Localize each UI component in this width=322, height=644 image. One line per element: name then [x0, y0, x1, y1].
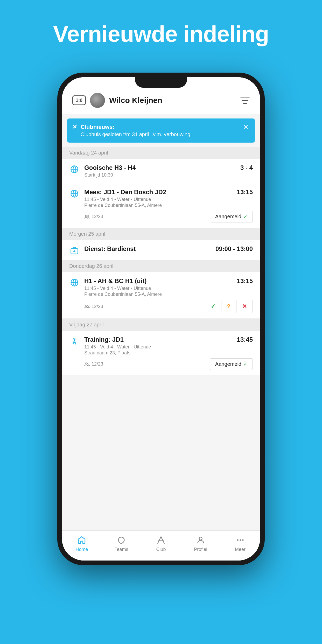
- event-content: Mees: JD1 - Den Bosch JD2 13:15 11:45 - …: [84, 188, 253, 222]
- nav-club[interactable]: Club: [141, 535, 181, 552]
- event-subtitle: 11:45 - Veld 4 - Water - Uittenue: [84, 197, 253, 202]
- event-title: H1 - AH & BC H1 (uit): [84, 277, 234, 285]
- match-icon: [69, 164, 80, 173]
- event-players: 12/23: [84, 304, 103, 309]
- nav-club-label: Club: [156, 547, 166, 552]
- svg-point-21: [240, 539, 241, 541]
- event-card: Gooische H3 - H4 3 - 4 Starttijd 10:30: [62, 159, 260, 183]
- event-subtitle: Starttijd 10:30: [84, 172, 253, 178]
- event-time: 13:15: [237, 188, 253, 196]
- phone-shell: 1:0 Wilco Kleijnen ✕ Clubnieuws: Clubhui…: [57, 73, 265, 565]
- maybe-button[interactable]: ?: [221, 300, 236, 313]
- bottom-nav: Home Teams Club: [62, 530, 260, 561]
- duty-icon: [69, 245, 80, 255]
- event-address: Pierre de Coubertinlaan 55-A, Almere: [84, 203, 253, 208]
- svg-point-13: [74, 338, 75, 339]
- scoreboard-icon[interactable]: 1:0: [72, 95, 86, 105]
- news-title: Clubnieuws:: [81, 124, 239, 130]
- event-content: Gooische H3 - H4 3 - 4 Starttijd 10:30: [84, 164, 253, 178]
- event-card: Training: JD1 13:45 11:45 - Veld 4 - Wat…: [62, 331, 260, 375]
- event-subtitle: 11:45 - Veld 4 - Water - Uittenue: [84, 286, 253, 291]
- date-header-friday: Vrijdag 27 april: [62, 319, 260, 331]
- home-icon: [76, 535, 87, 545]
- club-icon: [156, 535, 166, 545]
- svg-point-4: [85, 215, 87, 217]
- news-close-button[interactable]: ✕: [243, 124, 249, 130]
- match-icon: [69, 277, 80, 287]
- event-card: Mees: JD1 - Den Bosch JD2 13:15 11:45 - …: [62, 183, 260, 228]
- event-title: Dienst: Bardienst: [84, 245, 212, 253]
- event-players: 12/23: [84, 361, 103, 367]
- svg-point-5: [88, 215, 89, 217]
- svg-line-17: [161, 537, 164, 543]
- svg-point-20: [237, 539, 239, 541]
- aangemeld-button[interactable]: Aangemeld ✓: [210, 358, 253, 370]
- yes-button[interactable]: ✓: [205, 300, 221, 313]
- phone-screen: 1:0 Wilco Kleijnen ✕ Clubnieuws: Clubhui…: [62, 77, 260, 561]
- content-area: ✕ Clubnieuws: Clubhuis gesloten t/m 31 a…: [62, 114, 260, 530]
- event-content: Dienst: Bardienst 09:00 - 13:00: [84, 245, 253, 253]
- avatar[interactable]: [90, 93, 105, 108]
- nav-home[interactable]: Home: [62, 535, 102, 552]
- svg-point-12: [88, 305, 89, 307]
- event-title: Training: JD1: [84, 336, 234, 343]
- event-content: H1 - AH & BC H1 (uit) 13:15 11:45 - Veld…: [84, 277, 253, 313]
- profile-icon: [195, 535, 206, 545]
- event-card: Dienst: Bardienst 09:00 - 13:00: [62, 240, 260, 260]
- no-button[interactable]: ✕: [236, 300, 253, 313]
- teams-icon: [116, 535, 127, 545]
- event-title: Gooische H3 - H4: [84, 164, 237, 171]
- aangemeld-button[interactable]: Aangemeld ✓: [210, 211, 253, 222]
- nav-profiel-label: Profiel: [194, 547, 207, 552]
- event-subtitle: 11:45 - Veld 4 - Water - Uittenue: [84, 344, 253, 350]
- event-time: 13:15: [237, 277, 253, 285]
- svg-point-14: [85, 363, 87, 364]
- training-icon: [69, 336, 80, 345]
- news-body: Clubhuis gesloten t/m 31 april i.v.m. ve…: [81, 131, 239, 137]
- svg-line-16: [158, 537, 161, 543]
- event-time: 3 - 4: [240, 164, 253, 171]
- nav-teams-label: Teams: [115, 547, 128, 552]
- match-icon: [69, 188, 80, 198]
- news-text: Clubnieuws: Clubhuis gesloten t/m 31 apr…: [81, 124, 239, 137]
- nav-teams[interactable]: Teams: [102, 535, 141, 552]
- more-icon: [235, 535, 246, 545]
- event-players: 12/23: [84, 214, 103, 219]
- event-time: 09:00 - 13:00: [215, 245, 253, 253]
- response-buttons: ✓ ? ✕: [205, 300, 253, 313]
- date-header-thursday: Donderdag 26 april: [62, 260, 260, 272]
- page-title: Vernieuwde indeling: [0, 21, 322, 47]
- nav-home-label: Home: [75, 547, 88, 552]
- user-name: Wilco Kleijnen: [109, 96, 236, 105]
- svg-point-11: [85, 305, 87, 306]
- date-header-tomorrow: Morgen 25 april: [62, 228, 260, 240]
- event-address: Pierre de Coubertinlaan 55-A, Almere: [84, 292, 253, 297]
- svg-point-15: [88, 363, 89, 364]
- event-address: Straatnaam 23, Plaats: [84, 350, 253, 356]
- filter-icon[interactable]: [240, 97, 250, 104]
- event-card: H1 - AH & BC H1 (uit) 13:15 11:45 - Veld…: [62, 272, 260, 319]
- nav-profiel[interactable]: Profiel: [181, 535, 220, 552]
- nav-meer[interactable]: Meer: [220, 535, 260, 552]
- date-header-today: Vandaag 24 april: [62, 147, 260, 159]
- news-dismiss-icon[interactable]: ✕: [72, 124, 77, 130]
- notch: [135, 77, 187, 88]
- svg-point-19: [199, 537, 202, 540]
- event-content: Training: JD1 13:45 11:45 - Veld 4 - Wat…: [84, 336, 253, 370]
- svg-point-22: [242, 539, 244, 541]
- nav-meer-label: Meer: [235, 547, 246, 552]
- news-banner: ✕ Clubnieuws: Clubhuis gesloten t/m 31 a…: [67, 118, 255, 143]
- event-time: 13:45: [237, 336, 253, 343]
- event-title: Mees: JD1 - Den Bosch JD2: [84, 188, 234, 196]
